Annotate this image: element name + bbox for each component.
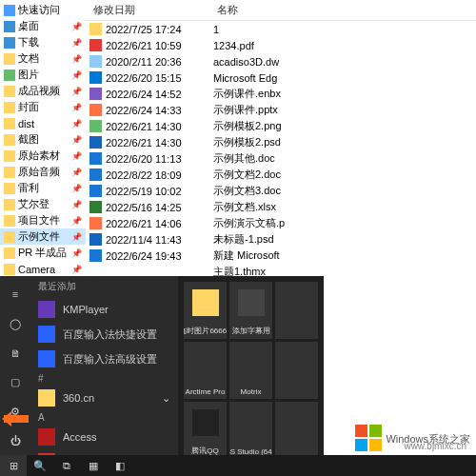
tile-label: Arctime Pro	[186, 387, 226, 396]
start-tile[interactable]	[275, 342, 318, 399]
app-item[interactable]: 百度输入法高级设置	[30, 347, 178, 371]
tree-item[interactable]: 雷利📌	[0, 180, 86, 196]
file-row[interactable]: 示例文档.xlsx	[209, 199, 476, 215]
file-row[interactable]: 示例其他.doc	[209, 150, 476, 167]
rail-pictures-icon[interactable]: ▢	[0, 367, 30, 397]
file-row[interactable]: 2022/6/24 14:33	[86, 102, 209, 118]
file-row[interactable]: 1	[209, 21, 476, 37]
rail-documents-icon[interactable]: 🗎	[0, 338, 30, 367]
file-row[interactable]: 2022/6/21 14:06	[86, 215, 209, 231]
file-row[interactable]: 2022/5/19 10:02	[86, 183, 209, 199]
file-row[interactable]: 1234.pdf	[209, 37, 476, 53]
start-tile[interactable]	[275, 282, 318, 339]
tile-label: 添加字幕用	[232, 326, 270, 336]
taskbar-app-icon[interactable]: ◧	[107, 455, 133, 476]
file-row[interactable]: 2022/6/24 19:43	[86, 248, 209, 264]
app-item[interactable]: 百度输入法快捷设置	[30, 322, 178, 347]
start-tile[interactable]: Motrix	[229, 342, 272, 399]
file-row[interactable]: 示例课件.pptx	[209, 102, 476, 118]
tree-item[interactable]: PR 半成品📌	[0, 245, 86, 261]
app-item[interactable]: 360.cn⌄	[30, 386, 178, 410]
tree-label: 封面	[18, 100, 39, 114]
start-button[interactable]: ⊞	[0, 455, 27, 476]
nav-tree: 快速访问桌面📌下载📌文档📌图片📌成品视频📌封面📌dist📌截图📌原始素材📌原始音…	[0, 0, 86, 276]
search-icon[interactable]: 🔍	[27, 455, 53, 476]
tree-item[interactable]: 下载📌	[0, 34, 86, 50]
tree-item[interactable]: 艾尔登📌	[0, 196, 86, 212]
tree-item[interactable]: 图片📌	[0, 67, 86, 83]
rail-user-icon[interactable]: ◯	[0, 309, 30, 339]
file-row[interactable]: 2022/7/25 17:24	[86, 21, 209, 37]
file-row[interactable]: 新建 Microsoft	[209, 248, 476, 264]
tree-label: 成品视频	[18, 84, 60, 98]
folder-icon	[4, 5, 15, 16]
start-tile[interactable]: 添加字幕用	[229, 282, 272, 339]
tree-item[interactable]: 封面📌	[0, 99, 86, 115]
file-row[interactable]: 2022/6/21 10:59	[86, 37, 209, 53]
file-row[interactable]: 未标题-1.psd	[209, 231, 476, 248]
file-row[interactable]: 2022/6/21 14:30	[86, 134, 209, 150]
file-row[interactable]: 示例演示文稿.p	[209, 215, 476, 231]
file-row[interactable]: 示例模板2.png	[209, 118, 476, 134]
rail-power-icon[interactable]: ⏻	[0, 426, 30, 455]
file-row[interactable]: 示例模板2.psd	[209, 134, 476, 150]
start-tile[interactable]	[275, 402, 318, 459]
start-tile[interactable]: OBS Studio (64bit)	[229, 402, 272, 459]
taskview-icon[interactable]: ⧉	[53, 455, 80, 476]
file-date: 2022/6/20 15:15	[106, 72, 182, 84]
taskbar-app-icon[interactable]: ▦	[80, 455, 107, 476]
file-row[interactable]: 示例课件.enbx	[209, 86, 476, 102]
app-item[interactable]: Access	[30, 425, 178, 449]
start-tile[interactable]: Arctime Pro	[184, 342, 227, 399]
tree-item[interactable]: 成品视频📌	[0, 83, 86, 99]
pin-icon: 📌	[71, 184, 82, 193]
header-name[interactable]: 名称	[209, 0, 476, 21]
tree-item[interactable]: 截图📌	[0, 131, 86, 148]
tree-label: 快速访问	[18, 3, 60, 17]
file-row[interactable]: 2022/6/24 14:52	[86, 86, 209, 102]
file-list: 修改日期 2022/7/25 17:242022/6/21 10:592020/…	[86, 0, 476, 276]
file-row[interactable]: 2022/8/22 18:09	[86, 167, 209, 183]
tree-item[interactable]: 文档📌	[0, 50, 86, 67]
file-row[interactable]: Microsoft Edg	[209, 69, 476, 86]
file-date: 2022/11/4 11:43	[106, 234, 182, 246]
tree-item[interactable]: 原始音频📌	[0, 164, 86, 180]
folder-icon	[4, 37, 15, 49]
file-row[interactable]: 2022/6/20 11:13	[86, 150, 209, 167]
file-name: 示例课件.enbx	[213, 87, 281, 101]
letter-hash[interactable]: #	[30, 371, 178, 386]
pin-icon: 📌	[71, 265, 82, 274]
header-date[interactable]: 修改日期	[86, 0, 209, 21]
pin-icon: 📌	[71, 22, 82, 31]
file-icon	[89, 136, 102, 149]
tree-item[interactable]: 项目文件📌	[0, 212, 86, 228]
file-row[interactable]: 示例文档2.doc	[209, 167, 476, 183]
pin-icon: 📌	[71, 38, 82, 48]
letter-a[interactable]: A	[30, 410, 178, 425]
file-date: 2022/6/21 14:06	[106, 218, 182, 229]
file-row[interactable]: 2022/6/21 14:30	[86, 118, 209, 134]
file-row[interactable]: 2022/11/4 11:43	[86, 231, 209, 248]
file-row[interactable]: 示例文档3.doc	[209, 183, 476, 199]
file-row[interactable]: acadiso3D.dw	[209, 53, 476, 69]
start-tile[interactable]: 临时图片66666	[184, 282, 227, 339]
file-row[interactable]: 2022/6/20 15:15	[86, 69, 209, 86]
pin-icon: 📌	[71, 103, 82, 112]
tree-item[interactable]: 快速访问	[0, 2, 86, 18]
tree-item[interactable]: 示例文件📌	[0, 228, 86, 245]
file-icon	[89, 201, 102, 213]
file-icon	[89, 104, 102, 116]
tree-item[interactable]: 原始素材📌	[0, 148, 86, 164]
start-tile[interactable]: 腾讯QQ	[184, 402, 227, 459]
tree-item[interactable]: dist📌	[0, 115, 86, 131]
tree-item[interactable]: Camera📌	[0, 261, 86, 276]
rail-menu-icon[interactable]: ≡	[0, 280, 30, 309]
tile-icon	[238, 349, 265, 376]
file-row[interactable]: 2020/2/11 20:36	[86, 53, 209, 69]
tree-item[interactable]: 桌面📌	[0, 18, 86, 34]
app-item[interactable]: KMPlayer	[30, 297, 178, 322]
file-name: 示例演示文稿.p	[213, 216, 285, 230]
file-row[interactable]: 2022/5/16 14:25	[86, 199, 209, 215]
tree-label: 桌面	[18, 19, 39, 33]
tile-icon	[192, 409, 219, 436]
